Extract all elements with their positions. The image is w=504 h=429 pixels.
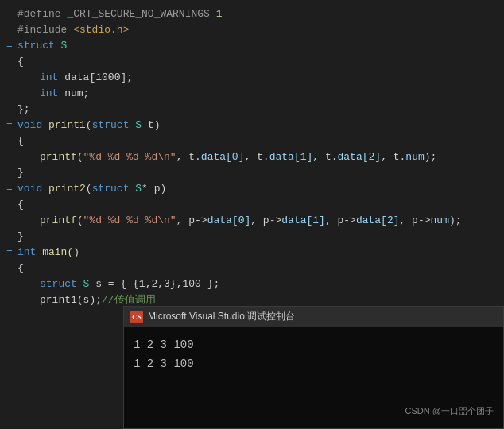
code-token: s = { {1,2,3},100 }; — [89, 278, 219, 290]
code-token: struct — [92, 183, 136, 195]
line-code: int num; — [17, 86, 498, 102]
code-token: } — [17, 230, 24, 242]
code-token: struct — [17, 40, 61, 52]
code-token: printf( — [40, 151, 83, 163]
line-indicator: = — [6, 245, 14, 261]
code-line: int num; — [0, 86, 504, 102]
code-line: } — [0, 229, 504, 245]
console-body: 1 2 3 100 1 2 3 100 CSDN @一口㗊个团子 — [124, 327, 503, 381]
code-token: void — [17, 119, 48, 131]
code-token: int — [17, 246, 42, 258]
code-token: , p-> — [176, 214, 207, 226]
code-token: S — [135, 119, 142, 131]
code-token: data[1] — [281, 214, 325, 226]
code-token: , p-> — [400, 214, 431, 226]
code-token: S — [135, 183, 142, 195]
line-code: struct S s = { {1,2,3},100 }; — [17, 276, 498, 292]
code-token: , t. — [381, 151, 405, 163]
code-token: int — [40, 72, 64, 83]
code-line: =int main() — [0, 245, 504, 261]
line-code: void print2(struct S* p) — [17, 181, 498, 197]
code-token: , t. — [244, 151, 269, 163]
console-window: CS Microsoft Visual Studio 调试控制台 1 2 3 1… — [123, 306, 504, 429]
code-token: "%d %d %d %d\n" — [83, 214, 176, 226]
console-output-1: 1 2 3 100 — [134, 335, 494, 354]
code-token: data[2] — [338, 151, 382, 163]
code-token: data[2] — [356, 214, 400, 226]
code-line: }; — [0, 102, 504, 118]
line-code: printf("%d %d %d %d\n", p->data[0], p->d… — [17, 213, 498, 229]
code-line: printf("%d %d %d %d\n", t.data[0], t.dat… — [0, 149, 504, 165]
line-code: void print1(struct S t) — [17, 118, 498, 133]
code-token: data[0] — [207, 214, 251, 226]
code-token: * p) — [142, 183, 166, 195]
code-token: #include — [17, 24, 73, 36]
code-line: =void print2(struct S* p) — [0, 181, 504, 197]
line-code: }; — [17, 102, 498, 118]
code-token: printf( — [40, 214, 83, 226]
code-token: data[1] — [269, 151, 313, 163]
code-token: main() — [42, 246, 79, 258]
code-line: { — [0, 54, 504, 70]
code-token: num — [431, 214, 449, 226]
line-code: } — [17, 229, 498, 245]
line-code: { — [17, 54, 498, 70]
code-token: 1 — [210, 8, 223, 20]
code-token: "%d %d %d %d\n" — [83, 151, 176, 163]
code-token: ); — [449, 214, 462, 226]
code-line: int data[1000]; — [0, 70, 504, 86]
line-code: struct S — [17, 38, 498, 54]
code-line: =void print1(struct S t) — [0, 118, 504, 133]
line-code: { — [17, 133, 498, 149]
line-code: #define _CRT_SECURE_NO_WARNINGS 1 — [17, 6, 498, 22]
code-token: } — [17, 167, 24, 179]
code-token: _CRT_SECURE_NO_WARNINGS — [67, 8, 209, 20]
code-token: struct — [40, 278, 83, 290]
vs-icon: CS — [130, 311, 143, 323]
line-indicator: = — [6, 181, 14, 197]
code-line: printf("%d %d %d %d\n", p->data[0], p->d… — [0, 213, 504, 229]
code-line: struct S s = { {1,2,3},100 }; — [0, 276, 504, 292]
code-token: void — [17, 183, 48, 195]
code-editor: #define _CRT_SECURE_NO_WARNINGS 1#includ… — [0, 0, 504, 310]
line-code: #include <stdio.h> — [17, 22, 498, 38]
line-indicator: = — [6, 118, 14, 133]
code-line: #define _CRT_SECURE_NO_WARNINGS 1 — [0, 6, 504, 22]
code-token: <stdio.h> — [73, 24, 129, 36]
code-token: }; — [17, 103, 30, 115]
code-token: ( — [86, 119, 92, 131]
console-titlebar: CS Microsoft Visual Studio 调试控制台 — [124, 307, 503, 327]
code-token: S — [61, 40, 68, 52]
line-code: { — [17, 261, 498, 276]
code-token: num; — [64, 87, 89, 99]
code-token: print1 — [48, 119, 86, 131]
code-token: { — [17, 135, 24, 147]
code-token: data[1000]; — [64, 72, 133, 83]
line-code: { — [17, 197, 498, 213]
code-token: num — [405, 151, 424, 163]
code-token: print1(s); — [40, 294, 102, 306]
code-token: #define — [17, 8, 67, 20]
line-code: printf("%d %d %d %d\n", t.data[0], t.dat… — [17, 149, 498, 165]
console-output-2: 1 2 3 100 — [134, 354, 494, 373]
line-code: int data[1000]; — [17, 70, 498, 86]
code-token: { — [17, 262, 24, 274]
code-token: int — [40, 87, 64, 99]
code-token: print2 — [48, 183, 86, 195]
code-token: ( — [86, 183, 92, 195]
code-line: { — [0, 197, 504, 213]
code-line: =struct S — [0, 38, 504, 54]
code-token: //传值调用 — [102, 294, 156, 306]
code-line: { — [0, 261, 504, 276]
code-token: , p-> — [325, 214, 356, 226]
code-token: , p-> — [250, 214, 281, 226]
line-indicator: = — [6, 38, 14, 54]
code-token: data[0] — [201, 151, 245, 163]
code-line: #include <stdio.h> — [0, 22, 504, 38]
code-token: { — [17, 199, 24, 211]
code-line: { — [0, 133, 504, 149]
code-token: { — [17, 56, 24, 68]
code-token: , t. — [176, 151, 201, 163]
code-token: struct — [92, 119, 136, 131]
code-token: , t. — [312, 151, 337, 163]
